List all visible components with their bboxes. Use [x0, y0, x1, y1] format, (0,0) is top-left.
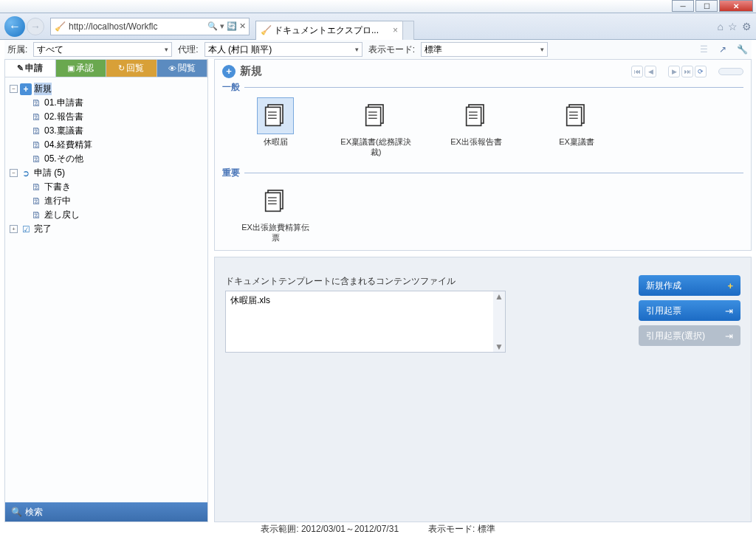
search-icon: 🔍	[11, 507, 22, 517]
tab-apply[interactable]: ✎申請	[5, 60, 56, 77]
template-file-item[interactable]: 休暇届.xls	[230, 294, 501, 307]
eye-icon: 👁	[168, 64, 176, 73]
favorites-icon[interactable]: ☆	[728, 21, 738, 32]
tab-title: ドキュメントエクスプロ...	[274, 24, 379, 37]
url-text: http://localhost/Workflc	[69, 21, 205, 32]
tab-approve[interactable]: ▣承認	[56, 60, 107, 77]
panel-title: 新規	[240, 64, 262, 78]
tools-icon[interactable]: ⚙	[742, 21, 752, 32]
address-controls[interactable]: 🔍 ▾ 🔄 ✕	[207, 21, 246, 31]
affiliation-label: 所属:	[7, 44, 27, 56]
svg-rect-6	[366, 107, 381, 125]
nav-prev-icon[interactable]: ◀	[645, 66, 656, 77]
doc-item[interactable]: 休暇届	[240, 98, 311, 158]
cite-button[interactable]: 引用起票⇥	[639, 300, 740, 321]
cite-select-button: 引用起票(選択)⇥	[639, 325, 740, 346]
scrollbar[interactable]: ▲▼	[493, 291, 505, 352]
view-mode-select[interactable]: 標準	[421, 42, 548, 57]
draft-icon: 🖺	[30, 181, 42, 193]
window-maximize-button[interactable]: ☐	[695, 0, 718, 12]
doc-item[interactable]: EX稟議書(総務課決裁)	[340, 98, 411, 158]
nav-next-icon[interactable]: ▶	[668, 66, 680, 77]
zoom-slider[interactable]	[718, 68, 743, 75]
document-icon: 🖺	[30, 111, 42, 123]
tree-node-item[interactable]: 🖺02.報告書	[8, 110, 205, 124]
export-icon[interactable]: ↗	[716, 43, 729, 56]
tree-node-item[interactable]: 🖺04.経費精算	[8, 138, 205, 152]
agent-select[interactable]: 本人 (村口 順平)	[205, 42, 362, 57]
cycle-icon: ↻	[118, 63, 125, 73]
scroll-up-icon[interactable]: ▲	[495, 291, 504, 302]
template-list[interactable]: 休暇届.xls ▲▼	[225, 291, 506, 353]
section-important-label: 重要	[222, 167, 743, 179]
template-label: ドキュメントテンプレートに含まれるコンテンツファイル	[225, 275, 506, 288]
document-icon	[258, 98, 293, 134]
tab-browse[interactable]: 👁閲覧	[157, 60, 208, 77]
agent-label: 代理:	[178, 44, 198, 56]
document-icon: 🖺	[30, 153, 42, 165]
nav-forward-button: →	[27, 18, 44, 35]
footer-mode: 表示モード: 標準	[428, 523, 495, 536]
tab-close-icon[interactable]: ×	[393, 25, 398, 35]
window-close-button[interactable]: ✕	[719, 0, 753, 12]
tree-node-item[interactable]: 🖺03.稟議書	[8, 124, 205, 138]
pencil-icon: ✎	[17, 63, 24, 73]
nav-last-icon[interactable]: ⏭	[681, 66, 693, 77]
tab-favicon-icon: 🧹	[261, 25, 271, 35]
document-icon: 🖺	[30, 125, 42, 137]
stamp-icon: ▣	[67, 63, 75, 73]
new-tab-button[interactable]	[402, 21, 414, 40]
tree-node-item[interactable]: 🖺下書き	[8, 180, 205, 194]
affiliation-select[interactable]: すべて	[33, 42, 172, 57]
tab-circulate[interactable]: ↻回覧	[106, 60, 157, 77]
browser-tab[interactable]: 🧹 ドキュメントエクスプロ... ×	[255, 21, 403, 40]
document-icon: 🖺	[30, 97, 42, 109]
section-general-label: 一般	[222, 81, 743, 94]
tree-node-complete[interactable]: + ☑ 完了	[8, 222, 205, 236]
refresh-icon[interactable]: ⟳	[695, 66, 707, 77]
panel-plus-icon: +	[222, 65, 236, 78]
arrow-icon: ➲	[20, 167, 32, 179]
document-icon	[458, 98, 494, 134]
address-bar[interactable]: 🧹 http://localhost/Workflc 🔍 ▾ 🔄 ✕	[50, 18, 250, 35]
document-icon	[258, 184, 293, 219]
home-icon[interactable]: ⌂	[718, 21, 724, 32]
doc-item[interactable]: EX出張旅費精算伝票	[240, 184, 311, 243]
window-minimize-button[interactable]: ─	[672, 0, 694, 12]
favicon-icon: 🧹	[54, 21, 66, 32]
tree-node-item[interactable]: 🖺01.申請書	[8, 96, 205, 110]
cite-icon: ⇥	[725, 330, 733, 342]
progress-icon: 🖺	[30, 195, 42, 207]
scroll-down-icon[interactable]: ▼	[495, 342, 504, 352]
tree-node-new[interactable]: − + 新規	[8, 82, 205, 96]
cite-icon: ⇥	[725, 305, 733, 316]
nav-back-button[interactable]: ←	[4, 16, 25, 37]
plus-icon: +	[727, 280, 733, 291]
svg-rect-16	[567, 107, 582, 125]
nav-first-icon[interactable]: ⏮	[631, 66, 643, 77]
document-icon: 🖺	[30, 139, 42, 151]
document-icon	[358, 98, 394, 134]
footer-range: 表示範囲: 2012/03/01～2012/07/31	[261, 523, 399, 536]
tree-node-item[interactable]: 🖺差し戻し	[8, 208, 205, 222]
return-icon: 🖺	[30, 209, 42, 221]
svg-rect-11	[467, 107, 481, 125]
tree-node-item[interactable]: 🖺進行中	[8, 194, 205, 208]
view-mode-label: 表示モード:	[368, 44, 415, 56]
new-create-button[interactable]: 新規作成+	[639, 275, 740, 296]
check-icon: ☑	[20, 224, 32, 235]
svg-rect-21	[266, 193, 281, 211]
toolbar-icon-1[interactable]: ☰	[697, 43, 710, 56]
svg-rect-1	[266, 107, 281, 125]
doc-item[interactable]: EX稟議書	[541, 98, 612, 158]
plus-icon: +	[20, 83, 32, 95]
settings-icon[interactable]: 🔧	[735, 43, 749, 56]
doc-item[interactable]: EX出張報告書	[441, 98, 512, 158]
tree-node-apply[interactable]: − ➲ 申請 (5)	[8, 166, 205, 180]
document-icon	[559, 98, 594, 134]
search-button[interactable]: 🔍 検索	[5, 502, 207, 522]
tree-node-item[interactable]: 🖺05.その他	[8, 152, 205, 166]
